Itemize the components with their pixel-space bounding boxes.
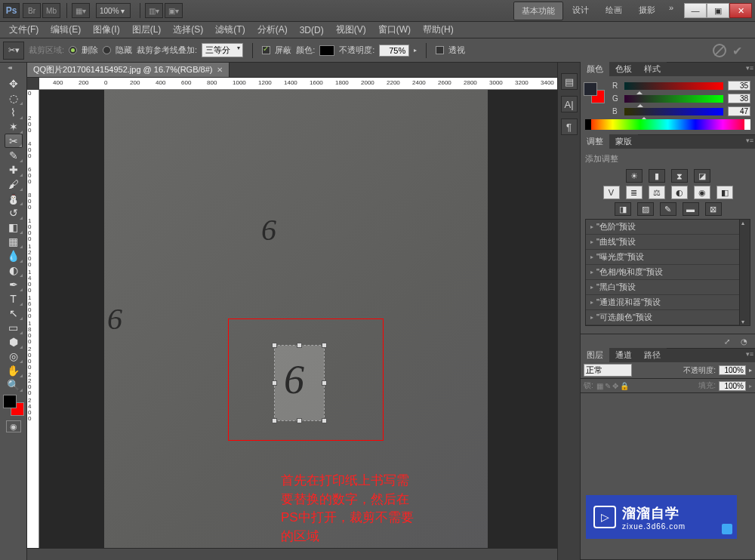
3d-tool[interactable]: ⬢: [5, 334, 23, 349]
shield-checkbox[interactable]: [262, 46, 270, 54]
menu-layer[interactable]: 图层(L): [126, 23, 168, 36]
menu-3d[interactable]: 3D(D): [294, 25, 330, 35]
quick-select-tool[interactable]: ✶: [5, 119, 23, 134]
lock-position-icon[interactable]: ✥: [612, 382, 618, 390]
fill-flyout-icon[interactable]: ▸: [749, 383, 752, 389]
hand-tool[interactable]: ✋: [5, 363, 23, 377]
color-balance-button[interactable]: ⚖: [649, 186, 665, 199]
b-slider[interactable]: [624, 108, 723, 115]
eyedropper-tool[interactable]: ✎: [5, 148, 23, 162]
pen-tool[interactable]: ✒: [5, 277, 23, 291]
invert-button[interactable]: ◨: [615, 202, 631, 216]
color-spectrum[interactable]: [585, 119, 750, 130]
arrange-docs-button[interactable]: ▥▾: [145, 3, 163, 18]
menu-view[interactable]: 视图(V): [330, 23, 372, 36]
lasso-tool[interactable]: ⌇: [5, 105, 23, 119]
window-maximize-button[interactable]: ▣: [707, 3, 729, 18]
window-minimize-button[interactable]: —: [684, 3, 707, 18]
foreground-color-swatch[interactable]: [3, 395, 17, 408]
clone-stamp-tool[interactable]: ⛄: [5, 191, 23, 205]
3d-camera-tool[interactable]: ◎: [5, 349, 23, 363]
opacity-flyout-icon[interactable]: ▸: [749, 367, 752, 374]
vibrance-button[interactable]: V: [603, 186, 620, 199]
hue-sat-button[interactable]: ≣: [626, 186, 643, 199]
r-value-input[interactable]: 35: [728, 81, 750, 91]
active-tool-icon[interactable]: ✂▾: [3, 42, 24, 60]
zoom-tool[interactable]: 🔍: [5, 377, 23, 392]
panel-menu-icon[interactable]: ▾≡: [746, 350, 753, 358]
history-brush-tool[interactable]: ↺: [5, 205, 23, 220]
perspective-checkbox[interactable]: [436, 46, 444, 54]
crop-handle[interactable]: [322, 343, 327, 348]
window-close-button[interactable]: ✕: [729, 3, 752, 18]
marquee-tool[interactable]: ◌: [5, 91, 23, 105]
lock-pixels-icon[interactable]: ✎: [605, 382, 611, 390]
preset-channel-mixer[interactable]: ▸"通道混和器"预设: [586, 295, 739, 310]
view-extras-button[interactable]: ▦▾: [72, 3, 90, 18]
dodge-tool[interactable]: ◐: [5, 263, 23, 277]
workspace-tab-essentials[interactable]: 基本功能: [513, 2, 563, 20]
menu-window[interactable]: 窗口(W): [372, 23, 417, 36]
character-panel-icon[interactable]: A|: [561, 96, 578, 112]
crop-delete-radio[interactable]: [69, 46, 77, 54]
type-tool[interactable]: T: [5, 291, 23, 306]
preset-bw[interactable]: ▸"黑白"预设: [586, 280, 739, 295]
crop-handle[interactable]: [322, 418, 327, 423]
panel-menu-icon[interactable]: ▾≡: [746, 137, 753, 144]
shield-color-swatch[interactable]: [319, 45, 334, 56]
crop-handle[interactable]: [322, 380, 327, 386]
crop-tool[interactable]: ✂: [5, 134, 23, 148]
b-value-input[interactable]: 47: [728, 106, 750, 116]
eraser-tool[interactable]: ◧: [5, 220, 23, 234]
menu-file[interactable]: 文件(F): [3, 23, 45, 36]
posterize-button[interactable]: ▨: [637, 202, 654, 216]
horizontal-ruler[interactable]: 400 200 0 200 400 600 800 1000 1200 1400…: [39, 78, 557, 90]
paragraph-panel-icon[interactable]: ¶: [561, 118, 578, 135]
document-tab[interactable]: QQ图片20170614154952.jpg @ 16.7%(RGB/8#) ✕: [27, 63, 230, 77]
workspace-tab-design[interactable]: 设计: [565, 2, 596, 20]
fill-input[interactable]: 100%: [719, 381, 746, 391]
preset-curves[interactable]: ▸"曲线"预设: [586, 235, 739, 250]
g-value-input[interactable]: 38: [728, 94, 750, 103]
history-panel-icon[interactable]: ▤: [561, 73, 578, 90]
crop-handle[interactable]: [272, 343, 277, 348]
preset-scrollbar[interactable]: [739, 220, 750, 325]
paths-tab[interactable]: 路径: [638, 348, 667, 362]
move-tool[interactable]: ✥: [5, 76, 23, 91]
brush-tool[interactable]: 🖌: [5, 177, 23, 191]
guides-overlay-select[interactable]: 三等分: [202, 43, 243, 57]
gradient-tool[interactable]: ▦: [5, 234, 23, 248]
layers-tab[interactable]: 图层: [581, 348, 609, 362]
workspace-tab-photography[interactable]: 摄影: [631, 2, 663, 20]
channels-tab[interactable]: 通道: [609, 348, 638, 362]
opacity-flyout-icon[interactable]: ▸: [414, 47, 417, 54]
path-select-tool[interactable]: ↖: [5, 306, 23, 320]
color-picker[interactable]: [3, 395, 24, 416]
zoom-level-select[interactable]: 100% ▾: [96, 3, 131, 18]
crop-handle[interactable]: [272, 380, 277, 386]
menu-analysis[interactable]: 分析(A): [251, 23, 294, 36]
preset-levels[interactable]: ▸"色阶"预设: [586, 220, 739, 235]
document-close-button[interactable]: ✕: [217, 66, 223, 74]
exposure-button[interactable]: ◪: [694, 169, 710, 183]
preset-exposure[interactable]: ▸"曝光度"预设: [586, 250, 739, 265]
shape-tool[interactable]: ▭: [5, 320, 23, 334]
adjustments-tab[interactable]: 调整: [581, 134, 609, 149]
quick-mask-button[interactable]: ◉: [6, 420, 21, 432]
launch-mini-bridge-button[interactable]: Mb: [42, 3, 60, 18]
color-panel-swatch[interactable]: [584, 82, 605, 103]
adj-clip-icon[interactable]: ◔: [737, 336, 750, 346]
layer-opacity-input[interactable]: 100%: [719, 365, 746, 375]
r-slider[interactable]: [624, 82, 723, 90]
swatches-tab[interactable]: 色板: [609, 62, 638, 76]
fg-swatch[interactable]: [584, 82, 597, 96]
horizontal-scrollbar[interactable]: [27, 548, 557, 560]
menu-help[interactable]: 帮助(H): [417, 23, 460, 36]
vertical-ruler[interactable]: 0 2 0 0 4 0 0 6 0 0 8 0 0 1 0 0 0 1 2 0 …: [27, 90, 39, 548]
crop-marquee[interactable]: 6: [275, 346, 324, 420]
menu-edit[interactable]: 编辑(E): [45, 23, 87, 36]
screen-mode-button[interactable]: ▣▾: [165, 3, 183, 18]
workspace-tab-painting[interactable]: 绘画: [598, 2, 630, 20]
curves-button[interactable]: ⧗: [671, 169, 688, 183]
selective-color-button[interactable]: ⊠: [705, 202, 722, 216]
